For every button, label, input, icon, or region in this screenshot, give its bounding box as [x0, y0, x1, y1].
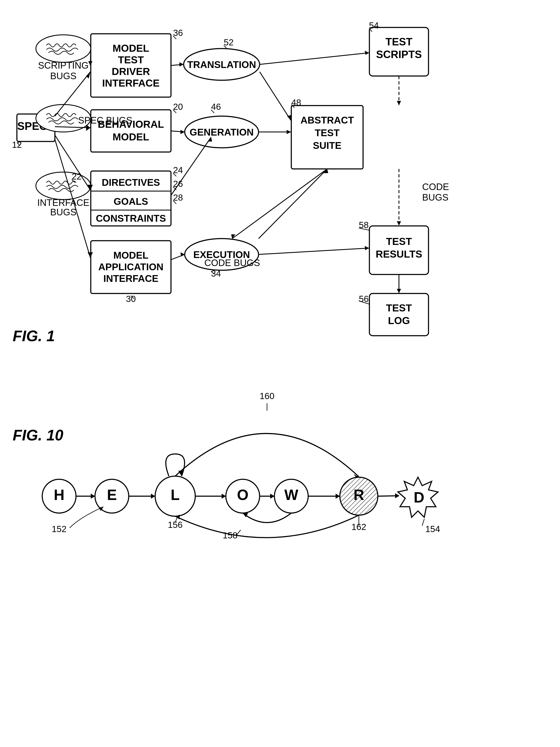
svg-text:34: 34 [211, 268, 221, 279]
svg-text:R: R [353, 487, 364, 503]
svg-text:TEST: TEST [118, 54, 144, 66]
svg-marker-139 [270, 494, 274, 499]
svg-rect-36 [369, 293, 428, 336]
svg-text:E: E [107, 487, 117, 503]
svg-text:26: 26 [173, 179, 183, 189]
svg-text:CODE BUGS: CODE BUGS [204, 258, 260, 268]
svg-marker-69 [181, 252, 185, 257]
svg-text:22: 22 [72, 172, 82, 181]
svg-text:BUGS: BUGS [422, 192, 449, 203]
svg-text:12: 12 [12, 140, 22, 150]
svg-line-72 [259, 248, 369, 254]
svg-text:CODE: CODE [422, 182, 449, 192]
svg-text:SUITE: SUITE [313, 140, 341, 151]
svg-line-62 [260, 53, 369, 65]
svg-marker-79 [397, 101, 401, 105]
fig1-label: FIG. 1 [13, 327, 55, 344]
svg-text:INTERFACE: INTERFACE [103, 273, 159, 284]
svg-text:TEST: TEST [386, 236, 412, 247]
svg-text:MODEL: MODEL [113, 250, 149, 261]
svg-text:D: D [414, 489, 425, 506]
svg-text:MODEL: MODEL [112, 43, 149, 54]
svg-text:H: H [54, 487, 64, 503]
svg-marker-135 [151, 494, 155, 499]
svg-text:28: 28 [173, 192, 183, 203]
svg-marker-83 [397, 289, 401, 293]
svg-point-44 [36, 172, 91, 200]
svg-line-76 [232, 169, 327, 238]
svg-text:APPLICATION: APPLICATION [98, 261, 163, 273]
svg-text:24: 24 [173, 165, 183, 175]
svg-text:TRANSLATION: TRANSLATION [187, 59, 256, 70]
svg-text:36: 36 [173, 28, 183, 38]
svg-marker-67 [287, 130, 291, 134]
svg-line-57 [90, 118, 91, 119]
svg-text:SPEC BUGS: SPEC BUGS [78, 115, 132, 125]
svg-text:TEST: TEST [315, 127, 340, 138]
svg-text:CONSTRAINTS: CONSTRAINTS [96, 213, 166, 224]
svg-marker-81 [397, 221, 401, 226]
svg-text:O: O [237, 487, 248, 503]
svg-text:INTERFACE: INTERFACE [102, 77, 160, 89]
svg-text:W: W [284, 487, 298, 503]
svg-text:ABSTRACT: ABSTRACT [300, 114, 354, 126]
svg-text:INTERFACE: INTERFACE [37, 198, 89, 208]
svg-text:SCRIPTS: SCRIPTS [376, 49, 422, 60]
svg-line-64 [260, 72, 291, 120]
svg-text:MODEL: MODEL [112, 131, 149, 143]
fig10-diagram: H E L O W R D [0, 359, 560, 747]
svg-text:SCRIPTING: SCRIPTING [38, 60, 89, 71]
svg-line-74 [259, 169, 327, 238]
svg-text:30: 30 [126, 294, 136, 304]
svg-text:160: 160 [260, 391, 274, 401]
fig10-label: FIG. 10 [13, 427, 63, 444]
svg-marker-48 [86, 72, 90, 79]
svg-text:158: 158 [223, 531, 237, 540]
svg-marker-61 [181, 130, 185, 134]
svg-marker-133 [91, 494, 95, 499]
svg-text:154: 154 [425, 524, 440, 534]
svg-text:TEST: TEST [386, 302, 412, 313]
svg-text:156: 156 [168, 520, 183, 530]
svg-text:152: 152 [52, 524, 66, 534]
svg-marker-50 [86, 125, 90, 131]
svg-text:52: 52 [224, 37, 234, 47]
svg-marker-59 [180, 62, 184, 67]
svg-text:TEST: TEST [385, 36, 412, 48]
svg-text:DRIVER: DRIVER [112, 66, 150, 77]
svg-marker-143 [336, 494, 340, 499]
svg-marker-145 [395, 493, 399, 498]
page: SPECS MODEL TEST DRIVER INTERFACE BEHAVI… [0, 0, 560, 747]
svg-marker-73 [365, 246, 369, 250]
svg-marker-63 [365, 51, 369, 55]
svg-text:DIRECTIVES: DIRECTIVES [102, 177, 160, 188]
svg-text:BUGS: BUGS [50, 207, 77, 217]
svg-marker-137 [222, 494, 226, 499]
svg-line-151 [422, 519, 424, 526]
fig1-diagram: SPECS MODEL TEST DRIVER INTERFACE BEHAVI… [0, 6, 560, 365]
svg-text:BUGS: BUGS [50, 71, 77, 81]
svg-text:46: 46 [211, 102, 221, 112]
svg-text:GOALS: GOALS [113, 196, 148, 207]
svg-text:L: L [171, 487, 180, 503]
svg-text:20: 20 [173, 102, 183, 112]
svg-point-39 [36, 35, 91, 62]
svg-text:54: 54 [369, 21, 379, 30]
svg-text:GENERATION: GENERATION [190, 127, 254, 138]
svg-text:RESULTS: RESULTS [376, 249, 422, 260]
svg-text:LOG: LOG [388, 315, 410, 326]
